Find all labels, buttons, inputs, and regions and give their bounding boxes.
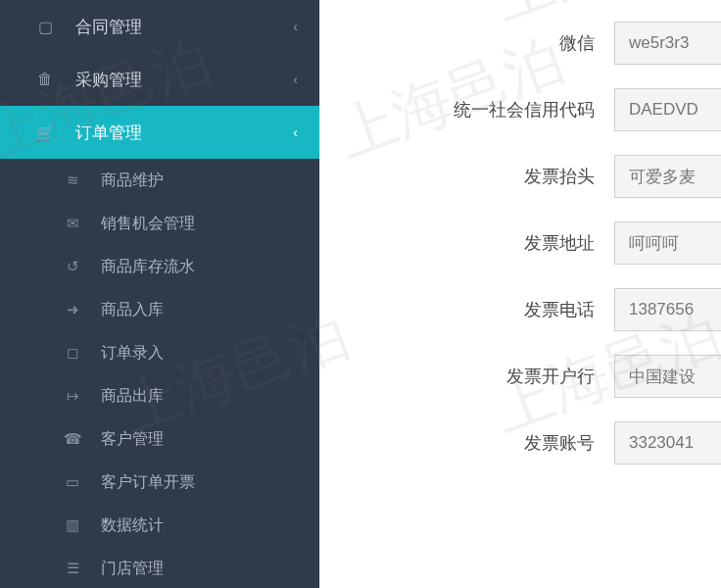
sidebar-item-label: 合同管理 [75, 16, 142, 38]
sidebar-sub-label: 商品出库 [101, 386, 164, 407]
main-panel: 微信 we5r3r3 统一社会信用代码 DAEDVD 发票抬头 可爱多麦 发票地… [319, 0, 721, 588]
sidebar-item-contract[interactable]: ▢ 合同管理 ‹ [0, 0, 319, 53]
field-label: 统一社会信用代码 [320, 98, 614, 122]
sidebar-sub-label: 订单录入 [101, 343, 164, 364]
form-row-wechat: 微信 we5r3r3 [320, 10, 721, 76]
archive-icon: 🗑 [34, 71, 56, 88]
form-row-uscc: 统一社会信用代码 DAEDVD [320, 76, 721, 143]
sidebar-sub-inbound[interactable]: ➜ 商品入库 [0, 288, 319, 331]
sidebar-item-order[interactable]: 🛒 订单管理 ‹ [0, 106, 319, 159]
sidebar-sub-order-entry[interactable]: ◻ 订单录入 [0, 331, 319, 374]
chevron-left-icon: ‹ [293, 124, 298, 140]
sidebar-sub-sales-opportunity[interactable]: ✉ 销售机会管理 [0, 202, 319, 245]
sidebar-sub-label: 门店管理 [101, 559, 164, 579]
sidebar-sub-product-maintain[interactable]: ≋ 商品维护 [0, 159, 319, 202]
form-row-invoice-address: 发票地址 呵呵呵 [320, 210, 721, 276]
sidebar-sub-label: 客户管理 [101, 429, 164, 450]
sidebar-sub-store-manage[interactable]: ☰ 门店管理 [0, 547, 319, 588]
mail-icon: ✉ [62, 215, 83, 232]
uscc-input[interactable]: DAEDVD [614, 88, 721, 131]
sidebar-sub-label: 商品入库 [101, 300, 164, 320]
database-icon: ≋ [62, 172, 83, 189]
sidebar-sub-customer-manage[interactable]: ☎ 客户管理 [0, 417, 319, 461]
invoice-account-input[interactable]: 3323041 [614, 421, 721, 465]
sidebar-sub-label: 商品维护 [101, 171, 164, 191]
wechat-input[interactable]: we5r3r3 [614, 22, 721, 65]
form-row-invoice-phone: 发票电话 1387656 [320, 276, 721, 343]
chevron-left-icon: ‹ [293, 72, 298, 87]
sidebar-sub-label: 数据统计 [101, 515, 164, 536]
sidebar-sub-inventory-flow[interactable]: ↺ 商品库存流水 [0, 245, 319, 288]
form-row-invoice-title: 发票抬头 可爱多麦 [320, 143, 721, 210]
bookmark-icon: ◻ [62, 344, 83, 362]
field-label: 微信 [320, 31, 614, 55]
invoice-title-input[interactable]: 可爱多麦 [614, 155, 721, 198]
sidebar-item-label: 采购管理 [75, 69, 142, 91]
sidebar: ▢ 合同管理 ‹ 🗑 采购管理 ‹ 🛒 订单管理 ‹ ≋ 商品维护 ✉ 销售机会… [0, 0, 319, 588]
field-label: 发票开户行 [320, 365, 614, 388]
sidebar-sub-label: 客户订单开票 [101, 472, 195, 493]
arrow-out-icon: ↦ [62, 387, 83, 405]
phone-icon: ☎ [62, 430, 83, 448]
history-icon: ↺ [62, 258, 83, 275]
sidebar-sub-label: 销售机会管理 [101, 214, 195, 234]
form-row-invoice-bank: 发票开户行 中国建设 [320, 343, 721, 410]
invoice-bank-input[interactable]: 中国建设 [614, 355, 721, 398]
chevron-left-icon: ‹ [293, 19, 298, 34]
file-icon: ▢ [34, 18, 56, 36]
invoice-phone-input[interactable]: 1387656 [614, 288, 721, 331]
cart-icon: 🛒 [34, 123, 56, 142]
sidebar-sub-outbound[interactable]: ↦ 商品出库 [0, 374, 319, 417]
sidebar-sub-data-stats[interactable]: ▥ 数据统计 [0, 504, 319, 547]
field-label: 发票账号 [320, 431, 614, 455]
sidebar-sub-label: 商品库存流水 [101, 257, 195, 277]
sidebar-item-label: 订单管理 [75, 122, 142, 144]
invoice-address-input[interactable]: 呵呵呵 [614, 221, 721, 265]
sidebar-item-purchase[interactable]: 🗑 采购管理 ‹ [0, 53, 319, 106]
arrow-in-icon: ➜ [62, 301, 83, 318]
list-icon: ☰ [62, 560, 83, 577]
sidebar-sub-customer-invoice[interactable]: ▭ 客户订单开票 [0, 461, 319, 504]
field-label: 发票抬头 [320, 165, 614, 188]
field-label: 发票电话 [320, 298, 614, 321]
card-icon: ▭ [62, 473, 83, 491]
form-row-invoice-account: 发票账号 3323041 [320, 410, 721, 476]
chart-icon: ▥ [62, 516, 83, 534]
field-label: 发票地址 [320, 231, 614, 255]
